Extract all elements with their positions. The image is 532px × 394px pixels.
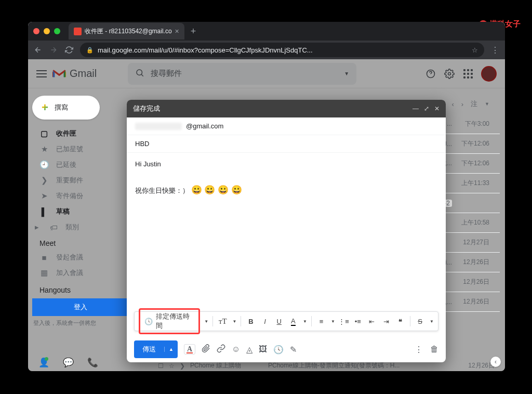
discard-icon[interactable]: 🗑 <box>430 345 438 354</box>
minimize-icon[interactable]: — <box>413 105 419 112</box>
font-size-button[interactable]: тT <box>217 316 228 327</box>
sidebar-item-snoozed[interactable]: 🕘已延後 <box>28 157 133 173</box>
subject-text: HBD <box>135 140 149 148</box>
window-controls <box>33 28 60 34</box>
address-bar[interactable]: 🔒 mail.google.com/mail/u/0/#inbox?compos… <box>80 43 484 57</box>
text-color-button[interactable]: A <box>288 316 299 327</box>
sidebar-item-label: 加入會議 <box>56 268 83 278</box>
tab-close-icon[interactable]: × <box>175 27 179 35</box>
hangouts-contacts-icon[interactable]: 👤 <box>38 357 49 368</box>
hangouts-note: 登入後，系統會一併將您 <box>28 316 133 327</box>
chevron-right-icon: ▸ <box>32 222 42 232</box>
drive-icon[interactable]: ◬ <box>246 345 252 354</box>
mail-time: 12月27日 <box>458 238 489 247</box>
sidebar-item-sent[interactable]: ➤寄件備份 <box>28 188 133 204</box>
compose-footer: 傳送 ▲ A ☺ ◬ 🖼 🕓 ✎ ⋮ 🗑 <box>127 336 446 362</box>
compose-header[interactable]: 儲存完成 — ⤢ ✕ <box>127 100 446 117</box>
maximize-window-icon[interactable] <box>54 28 60 34</box>
emoji-icon[interactable]: ☺ <box>232 345 240 354</box>
more-options-icon[interactable]: ⋮ <box>415 345 423 354</box>
reload-button[interactable] <box>64 45 74 55</box>
confidential-icon[interactable]: 🕓 <box>273 345 284 354</box>
align-button[interactable]: ≡ <box>316 316 327 327</box>
sidebar-start-meeting[interactable]: ■發起會議 <box>28 249 133 265</box>
sidebar-item-label: 重要郵件 <box>56 176 83 185</box>
strikethrough-button[interactable]: S <box>415 316 425 327</box>
back-button[interactable] <box>33 45 43 55</box>
quote-button[interactable]: ❝ <box>395 316 406 327</box>
star-icon: ★ <box>39 145 49 154</box>
hangouts-header: Hangouts <box>28 281 133 296</box>
sidebar-item-inbox[interactable]: ▢收件匣 <box>28 126 133 141</box>
mail-time: 下午12:06 <box>458 159 489 168</box>
send-dropdown-icon[interactable]: ▲ <box>164 347 178 352</box>
italic-button[interactable]: I <box>259 316 270 327</box>
mail-time: 下午3:00 <box>458 120 489 128</box>
formatting-toggle-button[interactable]: A <box>184 344 195 354</box>
draft-icon: ▌ <box>39 207 49 216</box>
prev-page-icon[interactable]: ‹ <box>451 100 454 108</box>
redacted-name <box>135 123 182 130</box>
minimize-window-icon[interactable] <box>44 28 50 34</box>
sidebar-item-categories[interactable]: ▸🏷類別 <box>28 219 133 235</box>
mail-time: 上午10:58 <box>458 218 489 227</box>
mail-sender: PChome 線上購物 <box>190 361 263 370</box>
inbox-icon: ▢ <box>39 129 49 138</box>
browser-tabbar: 收件匣 - r821103542@gmail.co × + <box>28 22 505 41</box>
hangouts-login-button[interactable]: 登入 <box>32 298 129 316</box>
url-text: mail.google.com/mail/u/0/#inbox?compose=… <box>98 46 313 54</box>
image-icon[interactable]: 🖼 <box>259 345 267 354</box>
pen-icon[interactable]: ✎ <box>290 345 297 354</box>
chevron-down-icon[interactable]: ▼ <box>204 319 208 324</box>
hangouts-chat-icon[interactable]: 💬 <box>63 357 74 368</box>
sidebar-item-label: 已延後 <box>56 160 76 169</box>
bookmark-star-icon[interactable]: ☆ <box>472 46 478 54</box>
close-icon[interactable]: ✕ <box>434 105 440 112</box>
sidebar-item-label: 類別 <box>65 222 79 232</box>
keyboard-icon: ▦ <box>39 268 49 278</box>
next-page-icon[interactable]: › <box>461 100 463 108</box>
expand-icon[interactable]: ⤢ <box>424 105 429 112</box>
bold-button[interactable]: B <box>245 316 256 327</box>
browser-tab[interactable]: 收件匣 - r821103542@gmail.co × <box>69 23 184 40</box>
link-icon[interactable] <box>217 344 225 355</box>
sidebar-item-drafts[interactable]: ▌草稿 <box>28 204 133 219</box>
format-toolbar: 🕓 排定傳送時間 ▼ тT▼ B I U A▼ ≡▼ ⋮≡ •≡ ⇤ ⇥ ❝ S… <box>134 311 438 331</box>
sidebar-item-starred[interactable]: ★已加星號 <box>28 141 133 157</box>
forward-button[interactable] <box>49 45 58 55</box>
schedule-send-button[interactable]: 🕓 排定傳送時間 <box>139 308 200 334</box>
indent-more-button[interactable]: ⇥ <box>381 316 392 327</box>
important-icon[interactable]: ❯ <box>180 362 185 370</box>
sidebar-item-label: 收件匣 <box>56 129 76 138</box>
subject-field[interactable]: HBD <box>127 135 446 153</box>
send-button[interactable]: 傳送 ▲ <box>134 340 178 358</box>
side-panel-toggle[interactable]: ‹ <box>490 357 501 367</box>
attach-icon[interactable] <box>202 344 210 355</box>
mail-time: 下午12:06 <box>458 139 489 148</box>
underline-button[interactable]: U <box>274 316 285 327</box>
browser-menu-button[interactable]: ⋮ <box>490 45 500 55</box>
new-tab-button[interactable]: + <box>191 26 196 37</box>
mail-time: 12月26日 <box>458 297 489 306</box>
compose-button[interactable]: + 撰寫 <box>32 96 100 120</box>
numbered-list-button[interactable]: ⋮≡ <box>338 316 349 327</box>
meet-header: Meet <box>28 235 133 249</box>
compose-label: 撰寫 <box>55 103 68 112</box>
important-icon: ❯ <box>39 176 49 185</box>
recipients-field[interactable]: @gmail.com <box>127 117 446 135</box>
close-window-icon[interactable] <box>33 28 39 34</box>
lock-icon: 🔒 <box>86 47 94 54</box>
body-line: 祝你生日快樂：） 😀 😀 😀 😀 <box>135 182 437 199</box>
star-icon[interactable]: ☆ <box>169 362 175 370</box>
input-tool-label[interactable]: 注 <box>471 99 477 109</box>
hangouts-phone-icon[interactable]: 📞 <box>87 357 98 368</box>
sidebar-item-important[interactable]: ❯重要郵件 <box>28 173 133 188</box>
sidebar-item-label: 已加星號 <box>56 145 83 154</box>
sidebar: + 撰寫 ▢收件匣 ★已加星號 🕘已延後 ❯重要郵件 ➤寄件備份 ▌草稿 ▸🏷類… <box>28 88 137 371</box>
emoji-row: 😀 😀 😀 😀 <box>191 185 242 195</box>
checkbox-icon[interactable]: ☐ <box>158 362 164 370</box>
chevron-down-icon[interactable]: ▼ <box>485 101 489 107</box>
sidebar-join-meeting[interactable]: ▦加入會議 <box>28 265 133 281</box>
indent-less-button[interactable]: ⇤ <box>366 316 377 327</box>
bullet-list-button[interactable]: •≡ <box>352 316 363 327</box>
